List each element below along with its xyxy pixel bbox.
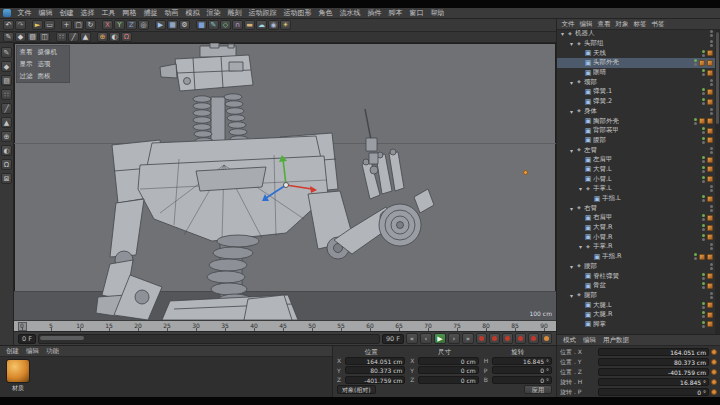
add-light-icon[interactable]: ☀ [280, 20, 291, 30]
visibility-dots[interactable] [710, 79, 713, 86]
texture-tag-icon[interactable] [707, 302, 713, 308]
coord-value-field[interactable]: 0 ° [492, 366, 552, 374]
materials-menu-0[interactable]: 创建 [3, 346, 22, 356]
tree-row[interactable]: ▣脚掌 [557, 320, 715, 330]
texture-tag-icon[interactable] [699, 254, 705, 260]
expand-arrow-icon[interactable]: ▾ [577, 185, 584, 192]
materials-menu-1[interactable]: 编辑 [23, 346, 42, 356]
texture-tag-icon[interactable] [707, 89, 713, 95]
om-menu-item-3[interactable]: 对象 [613, 19, 631, 29]
lock-workplane-icon[interactable]: ⊠ [1, 173, 12, 184]
live-selection-icon[interactable]: ► [32, 20, 43, 30]
texture-tag-icon[interactable] [699, 118, 705, 124]
viewport-visibility-dot[interactable] [694, 59, 697, 62]
visibility-dots[interactable] [694, 253, 697, 260]
viewport-visibility-dot[interactable] [702, 321, 705, 324]
visibility-dots[interactable] [702, 98, 705, 105]
tree-row[interactable]: ▾⌖手掌.L [557, 184, 715, 194]
tree-row[interactable]: ▣弹簧.1 [557, 87, 715, 97]
rectangle-selection-icon[interactable]: ▭ [44, 20, 55, 30]
menu-item-13[interactable]: 角色 [315, 8, 336, 19]
viewport-visibility-dot[interactable] [702, 273, 705, 276]
viewport-visibility-dot[interactable] [710, 108, 713, 111]
play-button[interactable]: ▶ [434, 333, 446, 344]
timeline-ruler[interactable]: 051015202530354045505560657075808590 [14, 320, 556, 331]
texture-tag-icon[interactable] [707, 215, 713, 221]
texture-tag-icon[interactable] [707, 234, 713, 240]
om-menu-item-1[interactable]: 编辑 [577, 19, 595, 29]
visibility-dots[interactable] [702, 234, 705, 241]
goto-start-button[interactable]: « [406, 333, 418, 344]
menu-item-11[interactable]: 运动跟踪 [245, 8, 280, 19]
render-visibility-dot[interactable] [710, 44, 713, 47]
tree-row[interactable]: ▣胸部外壳 [557, 116, 715, 126]
viewport-visibility-dot[interactable] [702, 127, 705, 130]
visibility-dots[interactable] [702, 224, 705, 231]
visibility-dots[interactable] [702, 156, 705, 163]
add-generator-icon[interactable]: ◇ [220, 20, 231, 30]
attribute-value-field[interactable]: 80.373 cm [598, 358, 709, 366]
model-mode-icon[interactable]: ◆ [1, 61, 12, 72]
attribute-value-field[interactable]: 16.845 ° [598, 378, 709, 386]
render-visibility-dot[interactable] [694, 122, 697, 125]
texture-tag-icon[interactable] [699, 60, 705, 66]
menu-item-18[interactable]: 帮助 [427, 8, 448, 19]
visibility-dots[interactable] [694, 118, 697, 125]
points-mode-icon[interactable]: ∷ [1, 89, 12, 100]
texture-mode-icon[interactable]: ▨ [27, 32, 38, 42]
attributes-tab-0[interactable]: 模式 [560, 335, 579, 345]
visibility-dots[interactable] [710, 243, 713, 250]
viewport-visibility-dot[interactable] [702, 302, 705, 305]
render-visibility-dot[interactable] [702, 92, 705, 95]
render-visibility-dot[interactable] [702, 286, 705, 289]
coord-value-field[interactable]: 0 cm [418, 376, 478, 384]
om-menu-item-0[interactable]: 文件 [559, 19, 577, 29]
undo-icon[interactable]: ↶ [3, 20, 14, 30]
visibility-dots[interactable] [702, 166, 705, 173]
viewport-visibility-dot[interactable] [710, 243, 713, 246]
visibility-dots[interactable] [710, 292, 713, 299]
tree-row[interactable]: ▾⌖右臂 [557, 203, 715, 213]
attributes-tab-1[interactable]: 编辑 [580, 335, 599, 345]
tree-row[interactable]: ▣天线 [557, 48, 715, 58]
tree-row[interactable]: ▣大腿.R [557, 310, 715, 320]
coord-value-field[interactable]: 16.845 ° [492, 357, 552, 365]
texture-tag-icon[interactable] [707, 50, 713, 56]
coord-value-field[interactable]: 80.373 cm [345, 366, 405, 374]
visibility-dots[interactable] [710, 205, 713, 212]
menu-item-15[interactable]: 插件 [364, 8, 385, 19]
viewport-visibility-dot[interactable] [710, 40, 713, 43]
expand-arrow-icon[interactable]: ▾ [568, 292, 575, 299]
texture-tag-icon[interactable] [707, 312, 713, 318]
tree-row[interactable]: ▣手指.L [557, 194, 715, 204]
render-view-icon[interactable]: ▶ [155, 20, 166, 30]
enable-axis-icon[interactable]: ⊕ [1, 131, 12, 142]
prev-frame-button[interactable]: ‹ [420, 333, 432, 344]
visibility-dots[interactable] [710, 263, 713, 270]
object-manager-scrollbar[interactable] [715, 29, 720, 334]
om-menu-item-5[interactable]: 书签 [649, 19, 667, 29]
viewport-visibility-dot[interactable] [710, 205, 713, 208]
z-axis-lock-icon[interactable]: Z [126, 20, 137, 30]
autokey-button[interactable] [541, 333, 552, 344]
enable-snap-icon[interactable]: Ω [121, 32, 132, 42]
edges-mode-icon[interactable]: ╱ [1, 103, 12, 114]
viewport-menu-item-3[interactable]: 选项 [35, 58, 53, 70]
render-visibility-dot[interactable] [710, 151, 713, 154]
render-visibility-dot[interactable] [702, 131, 705, 134]
attribute-value-field[interactable]: -401.759 cm [598, 368, 709, 376]
om-menu-item-2[interactable]: 查看 [595, 19, 613, 29]
visibility-dots[interactable] [710, 30, 713, 37]
convert-editable-icon[interactable]: ✎ [1, 47, 12, 58]
menu-item-7[interactable]: 动画 [161, 8, 182, 19]
rotate-tool-icon[interactable]: ↻ [85, 20, 96, 30]
viewport-visibility-dot[interactable] [710, 185, 713, 188]
visibility-dots[interactable] [702, 273, 705, 280]
materials-menu-2[interactable]: 功能 [43, 346, 62, 356]
tree-row[interactable]: ▣脊柱弹簧 [557, 271, 715, 281]
viewport-menu-item-5[interactable]: 面板 [35, 70, 53, 82]
coordinate-system-icon[interactable]: ◎ [138, 20, 149, 30]
keyframe-dot-icon[interactable] [711, 369, 717, 375]
render-visibility-dot[interactable] [710, 83, 713, 86]
record-keyframe-button[interactable] [476, 333, 487, 344]
